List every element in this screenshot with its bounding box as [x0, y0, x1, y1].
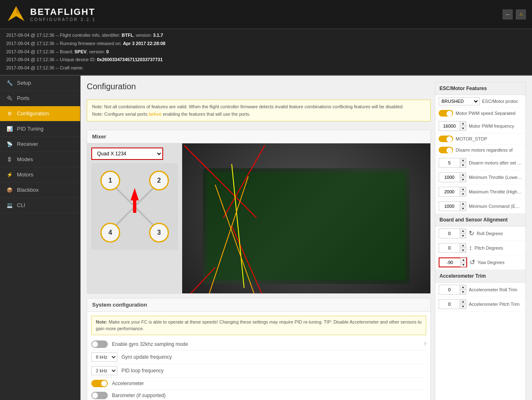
min-command-label: Minimum Command (ESC val — [469, 204, 522, 209]
min-throttle-down[interactable]: ▼ — [460, 177, 466, 182]
accel-roll-trim-input[interactable] — [439, 287, 460, 292]
gyro-freq-select[interactable]: 8 kHz4 kHz2 kHz — [91, 352, 117, 362]
yaw-degrees-down[interactable]: ▼ — [461, 262, 466, 267]
disarm-motors-toggle[interactable] — [439, 147, 453, 153]
min-command-input[interactable] — [439, 204, 460, 209]
esc-motor-header: ESC/Motor Features — [435, 82, 525, 95]
accel-pitch-trim-label: Accelerometer Pitch Trim — [469, 302, 522, 307]
system-config-header: System configuration — [87, 298, 430, 312]
warning-button[interactable]: ⚠ — [516, 10, 526, 19]
sidebar: 🔧 Setup 🔌 Ports ⚙ Configuration 📊 PID Tu… — [0, 76, 81, 400]
roll-icon: ↻ — [469, 229, 474, 237]
sidebar-item-setup[interactable]: 🔧 Setup — [0, 76, 80, 91]
min-throttle-up[interactable]: ▲ — [460, 173, 466, 177]
max-throttle-up[interactable]: ▲ — [460, 187, 466, 192]
max-throttle-input[interactable] — [439, 189, 460, 194]
min-command-down[interactable]: ▼ — [460, 206, 466, 211]
logo-text: BETAFLIGHT CONFIGURATOR 3.2.1 — [30, 7, 96, 22]
mixer-select-box: Quad X 1234 — [91, 148, 163, 160]
roll-degrees-up[interactable]: ▲ — [460, 229, 466, 233]
disarm-delay-input[interactable] — [439, 160, 460, 165]
motor-stop-row: MOTOR_STOP — [435, 133, 525, 145]
logo-flight: FLIGHT — [57, 7, 95, 17]
max-throttle-down[interactable]: ▼ — [460, 192, 466, 196]
roll-degrees-down[interactable]: ▼ — [460, 233, 466, 238]
accel-pitch-trim-input[interactable] — [439, 302, 460, 307]
gyro32k-toggle[interactable] — [91, 340, 108, 348]
motor-pwm-freq-input[interactable] — [439, 124, 460, 129]
antenna-icon: 📡 — [6, 141, 13, 148]
page-title: Configuration — [87, 82, 431, 91]
roll-degrees-label: Roll Degrees — [477, 231, 522, 236]
motor-4: 4 — [100, 223, 120, 243]
sidebar-item-configuration[interactable]: ⚙ Configuration — [0, 106, 80, 121]
pitch-degrees-up[interactable]: ▲ — [460, 243, 466, 248]
top-right-buttons: — ⚠ — [503, 10, 526, 19]
esc-protocol-row: BRUSHEDMULTISHOTONESHOT125 ESC/Motor pro… — [435, 95, 525, 108]
baro-toggle[interactable] — [91, 392, 108, 399]
blackbox-icon: 📦 — [6, 187, 13, 193]
yaw-degrees-spinner: ▲ ▼ — [439, 257, 467, 267]
motor-pwm-freq-down[interactable]: ▼ — [460, 126, 466, 131]
sidebar-label-configuration: Configuration — [17, 110, 49, 117]
pitch-degrees-input[interactable] — [439, 245, 460, 250]
sidebar-item-modes[interactable]: 🎛 Modes — [0, 152, 80, 167]
pid-freq-select[interactable]: 2 kHz4 kHz8 kHz — [91, 366, 117, 375]
sidebar-label-ports: Ports — [17, 95, 29, 101]
sidebar-item-cli[interactable]: 💻 CLI — [0, 198, 80, 213]
disarm-delay-up[interactable]: ▲ — [460, 158, 466, 163]
motor-stop-label: MOTOR_STOP — [456, 136, 522, 141]
accel-pitch-trim-up[interactable]: ▲ — [460, 300, 466, 304]
modes-icon: 🎛 — [6, 156, 13, 163]
motor-pwm-freq-spinner: ▲ ▼ — [439, 121, 466, 131]
accel-pitch-trim-down[interactable]: ▼ — [460, 304, 466, 309]
roll-degrees-row: ▲ ▼ ↻ Roll Degrees — [435, 226, 525, 241]
accel-roll-trim-up[interactable]: ▲ — [460, 285, 466, 290]
gyro32k-help[interactable]: ? — [424, 342, 426, 347]
pitch-degrees-down[interactable]: ▼ — [460, 248, 466, 252]
sidebar-item-pid-tuning[interactable]: 📊 PID Tuning — [0, 121, 80, 137]
mixer-select[interactable]: Quad X 1234 — [92, 148, 162, 159]
motor-pwm-sep-toggle[interactable] — [439, 110, 453, 117]
motor-stop-toggle[interactable] — [439, 136, 453, 142]
min-throttle-input[interactable] — [439, 175, 460, 180]
accel-roll-trim-down[interactable]: ▼ — [460, 290, 466, 294]
motor-pwm-freq-arrows: ▲ ▼ — [460, 121, 466, 131]
yaw-degrees-label: Yaw Degrees — [477, 260, 522, 265]
esc-protocol-label: ESC/Motor protoc — [482, 99, 522, 104]
note-link[interactable]: before — [149, 112, 162, 117]
esc-protocol-select[interactable]: BRUSHEDMULTISHOTONESHOT125 — [439, 97, 480, 105]
motor-pwm-freq-up[interactable]: ▲ — [460, 121, 466, 126]
note-post: enabling the features that will use the … — [162, 112, 250, 117]
drone-photo — [182, 143, 430, 293]
chart-icon: 📊 — [6, 126, 13, 132]
min-command-up[interactable]: ▲ — [460, 202, 466, 206]
disarm-delay-down[interactable]: ▼ — [460, 163, 466, 167]
gear-icon: ⚙ — [6, 110, 13, 117]
roll-degrees-input[interactable] — [439, 231, 460, 236]
pid-freq-label: PID loop frequency — [121, 368, 426, 374]
logo-main-text: BETAFLIGHT — [30, 7, 96, 17]
min-throttle-arrows: ▲ ▼ — [460, 173, 466, 182]
mixer-section-body: Quad X 1234 — [87, 143, 430, 293]
sidebar-item-motors[interactable]: ⚡ Motors — [0, 167, 80, 183]
yaw-degrees-input[interactable] — [439, 260, 460, 265]
sidebar-item-blackbox[interactable]: 📦 Blackbox — [0, 183, 80, 198]
sidebar-label-blackbox: Blackbox — [17, 187, 39, 193]
sidebar-label-motors: Motors — [17, 171, 33, 178]
svg-line-10 — [232, 164, 244, 288]
min-command-row: ▲ ▼ Minimum Command (ESC val — [435, 199, 525, 214]
min-command-spinner: ▲ ▼ — [439, 201, 466, 211]
disarm-delay-spinner: ▲ ▼ — [439, 158, 466, 168]
motor-pwm-freq-row: ▲ ▼ Motor PWM frequency — [435, 119, 525, 133]
minimize-button[interactable]: — — [503, 10, 513, 19]
accel-toggle[interactable] — [91, 380, 108, 387]
sidebar-item-ports[interactable]: 🔌 Ports — [0, 91, 80, 106]
motor-2: 2 — [149, 171, 169, 190]
accel-roll-trim-row: ▲ ▼ Accelerometer Roll Trim — [435, 283, 525, 297]
accel-roll-trim-arrows: ▲ ▼ — [460, 285, 466, 294]
accel-label: Accelerometer — [112, 381, 426, 386]
yaw-degrees-up[interactable]: ▲ — [461, 258, 466, 262]
sidebar-item-receiver[interactable]: 📡 Receiver — [0, 137, 80, 152]
svg-line-6 — [184, 145, 256, 218]
